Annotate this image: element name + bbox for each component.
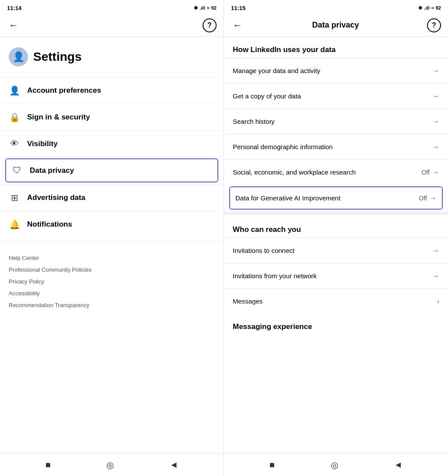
section1-heading: How LinkedIn uses your data [224,37,448,58]
bluetooth-icon: ✱ [194,5,198,11]
arrow-icon-messages: › [437,298,439,305]
settings-title: Settings [33,50,81,64]
list-item-gen-ai[interactable]: Data for Generative AI Improvement Off → [229,186,443,210]
search-history-label: Search history [233,118,275,125]
status-time-right: 11:15 [231,5,245,11]
home-button-right[interactable]: ■ [270,460,275,470]
sidebar-item-visibility[interactable]: 👁 Visibility [0,130,224,157]
battery-icon: 92 [211,5,217,10]
section-divider [224,211,448,215]
copy-data-label: Get a copy of your data [233,92,301,100]
invitations-network-label: Invitations from your network [233,272,317,280]
visibility-label: Visibility [27,140,58,148]
back-nav-button-left[interactable]: ◄ [169,460,178,470]
circle-button-right[interactable]: ◎ [331,460,338,470]
bluetooth-icon-right: ✱ [418,5,422,11]
settings-content: 👤 Settings 👤 Account preferences 🔒 Sign … [0,37,224,453]
footer-link-privacy[interactable]: Privacy Policy [9,276,215,287]
list-item-invitations-connect[interactable]: Invitations to connect → [224,238,448,263]
arrow-icon-search: → [432,118,439,126]
list-item-copy-data[interactable]: Get a copy of your data → [224,83,448,108]
arrow-icon: → [432,67,439,75]
arrow-icon-gen-ai: → [430,194,437,202]
footer-links: Help Center Professional Community Polic… [0,245,224,318]
shield-icon: 🛡 [11,165,23,175]
back-nav-button-right[interactable]: ◄ [394,460,402,470]
list-item-messages[interactable]: Messages › [224,288,448,314]
right-phone: 11:15 ✱ .ıll ≈ 92 ← Data privacy ? How L… [224,0,448,476]
arrow-icon-network: → [432,272,439,280]
back-button-left[interactable]: ← [7,18,20,33]
security-label: Sign in & security [27,113,90,122]
signal-icon-right: .ıll [424,5,429,10]
invitations-connect-label: Invitations to connect [233,247,294,254]
bottom-nav-right: ■ ◎ ◄ [224,453,448,476]
demographic-label: Personal demographic information [233,143,332,150]
left-nav-bar: ← ? [0,14,224,37]
list-item-demographic[interactable]: Personal demographic information → [224,134,448,159]
data-privacy-label: Data privacy [30,166,74,175]
avatar: 👤 [9,47,28,66]
manage-data-label: Manage your data and activity [233,67,320,74]
back-button-right[interactable]: ← [231,18,244,33]
footer-link-community[interactable]: Professional Community Policies [9,264,215,276]
sidebar-item-notifications[interactable]: 🔔 Notifications [0,211,224,238]
social-research-label: Social, economic, and workplace research [233,168,356,176]
footer-link-recommendation[interactable]: Recommendation Transparency [9,299,215,311]
account-label: Account preferences [27,86,101,95]
arrow-icon-copy: → [432,92,439,100]
bell-icon: 🔔 [9,219,20,230]
status-bar-left: 11:14 ✱ .ıll ≈ 92 [0,0,224,14]
sidebar-item-advertising[interactable]: ⊞ Advertising data [0,184,224,211]
section3-heading: Messaging experience [224,314,448,335]
list-item-search-history[interactable]: Search history → [224,108,448,134]
status-time-left: 11:14 [7,5,21,11]
advertising-icon: ⊞ [9,192,20,203]
arrow-icon-invitations: → [432,247,439,255]
wifi-icon-right: ≈ [431,5,434,10]
signal-icon: .ıll [200,5,205,10]
settings-divider [0,241,224,242]
status-icons-left: ✱ .ıll ≈ 92 [194,5,217,11]
arrow-icon-demo: → [432,143,439,151]
bottom-nav-left: ■ ◎ ◄ [0,453,224,476]
left-phone: 11:14 ✱ .ıll ≈ 92 ← ? 👤 Settings 👤 Accou… [0,0,224,476]
section2-heading: Who can reach you [224,217,448,238]
sidebar-item-account[interactable]: 👤 Account preferences [0,77,224,104]
lock-icon: 🔒 [9,112,20,122]
wifi-icon: ≈ [207,5,210,10]
privacy-content: How LinkedIn uses your data Manage your … [224,37,448,453]
gen-ai-label: Data for Generative AI Improvement [235,194,340,202]
messages-label: Messages [233,298,262,305]
list-item-social-research[interactable]: Social, economic, and workplace research… [224,159,448,185]
battery-icon-right: 92 [436,5,441,10]
status-icons-right: ✱ .ıll ≈ 92 [418,5,441,11]
footer-link-accessibility[interactable]: Accessibility [9,287,215,299]
footer-link-help[interactable]: Help Center [9,252,215,264]
list-item-invitations-network[interactable]: Invitations from your network → [224,263,448,288]
advertising-label: Advertising data [27,193,85,202]
help-button-right[interactable]: ? [427,18,441,32]
settings-header: 👤 Settings [0,44,224,77]
page-title: Data privacy [244,21,427,30]
status-bar-right: 11:15 ✱ .ıll ≈ 92 [224,0,448,14]
eye-icon: 👁 [9,139,20,149]
list-item-manage-data[interactable]: Manage your data and activity → [224,58,448,83]
circle-button-left[interactable]: ◎ [106,460,114,470]
home-button-left[interactable]: ■ [46,460,51,470]
right-nav-bar: ← Data privacy ? [224,14,448,37]
help-button-left[interactable]: ? [203,18,217,32]
social-research-status: Off [422,169,430,176]
sidebar-item-security[interactable]: 🔒 Sign in & security [0,104,224,130]
account-icon: 👤 [9,85,20,96]
arrow-icon-social: → [432,168,439,176]
gen-ai-status: Off [419,195,427,202]
notifications-label: Notifications [27,220,72,229]
sidebar-item-data-privacy[interactable]: 🛡 Data privacy [5,158,218,182]
